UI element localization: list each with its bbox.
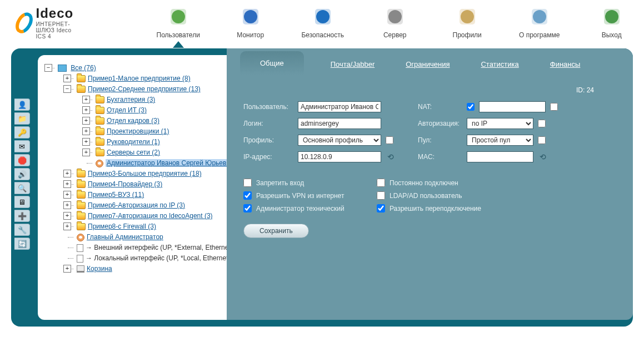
- auth-select[interactable]: no IP: [467, 118, 533, 129]
- tree-node-label[interactable]: Проектировщики (1): [107, 127, 169, 135]
- tab-Общие[interactable]: Общие: [240, 51, 304, 75]
- tree-node[interactable]: Пример5-ВУЗ (11): [68, 190, 226, 200]
- nav-server[interactable]: Сервер: [370, 6, 420, 39]
- mac-label: MAC:: [418, 153, 462, 161]
- nat-input[interactable]: [479, 101, 546, 112]
- nav-exit[interactable]: Выход: [587, 6, 637, 39]
- nav-shield[interactable]: Безопасность: [298, 6, 348, 39]
- left-toolbar: 👤📁🔑✉🛑🔊🔍🖥➕🔧🔄: [11, 48, 38, 327]
- tree-node-label[interactable]: → Локальный интерфейс (UP, *Local, Ether…: [86, 254, 227, 262]
- tool-8[interactable]: ➕: [14, 210, 30, 222]
- pool-extra-checkbox[interactable]: [538, 136, 546, 144]
- tree-node-label[interactable]: Администратор Иванов Сергей Юрьевич: [106, 159, 227, 167]
- monitor-icon: [239, 6, 262, 28]
- ip-input[interactable]: [298, 151, 381, 162]
- tool-0[interactable]: 👤: [14, 98, 30, 111]
- tree-node[interactable]: Пример8-с Firewall (3): [68, 221, 226, 232]
- profile-select[interactable]: Основной профиль: [298, 135, 381, 146]
- tool-5[interactable]: 🔊: [14, 168, 30, 180]
- tree-node[interactable]: → Локальный интерфейс (UP, *Local, Ether…: [68, 253, 226, 264]
- check-item[interactable]: Запретить вход: [243, 179, 366, 187]
- tree-node-label[interactable]: Пример8-с Firewall (3): [88, 223, 156, 230]
- ip-refresh-icon[interactable]: ⟲: [386, 152, 396, 162]
- logo-icon: [12, 9, 36, 36]
- tree-node[interactable]: Пример6-Авторизация по IP (3): [68, 200, 226, 211]
- auth-extra-checkbox[interactable]: [538, 120, 546, 127]
- tree-node[interactable]: → Внешний интерфейс (UP, *External, Ethe…: [68, 243, 226, 253]
- tree-node[interactable]: Серверы сети (2): [87, 147, 226, 158]
- tree-node-label[interactable]: Пример4-Провайдер (3): [88, 180, 162, 188]
- check-label: Администратор технический: [256, 205, 345, 212]
- tree-node-label[interactable]: Руководители (1): [107, 138, 160, 146]
- tree-node[interactable]: Отдел кадров (3): [87, 116, 226, 126]
- tree-node-label[interactable]: Пример2-Среднее предприятие (13): [88, 85, 201, 93]
- tool-1[interactable]: 📁: [14, 112, 30, 125]
- tree-node-label[interactable]: Пример6-Авторизация по IP (3): [88, 201, 185, 209]
- check-item[interactable]: Администратор технический: [243, 204, 366, 212]
- tab-Финансы[interactable]: Финансы: [546, 53, 585, 75]
- tree-node-label[interactable]: Главный Администратор: [87, 233, 163, 241]
- tree-node-label[interactable]: Пример1-Малое предприятие (8): [88, 75, 191, 82]
- pool-select[interactable]: Простой пул: [467, 135, 533, 146]
- tree-node[interactable]: Отдел ИТ (3): [87, 105, 226, 116]
- checkbox[interactable]: [243, 191, 252, 200]
- tree-node[interactable]: Пример7-Авторизация по IdecoAgent (3): [68, 211, 226, 221]
- tree-node[interactable]: Пример4-Провайдер (3): [68, 179, 226, 190]
- checkbox[interactable]: [243, 179, 252, 187]
- tree-node-label[interactable]: Пример3-Большое предприятие (18): [88, 170, 202, 177]
- tree-node-label[interactable]: → Внешний интерфейс (UP, *External, Ethe…: [86, 244, 227, 251]
- tree-node-label[interactable]: Отдел кадров (3): [107, 117, 159, 125]
- tree-root-label[interactable]: Все (76): [71, 64, 96, 72]
- tree-node-label[interactable]: Пример5-ВУЗ (11): [88, 191, 144, 199]
- check-item[interactable]: Разрешить VPN из интернет: [243, 191, 366, 200]
- mac-refresh-icon[interactable]: ⟲: [538, 152, 548, 162]
- login-input[interactable]: [298, 118, 381, 129]
- tree-node[interactable]: Главный Администратор: [68, 232, 226, 243]
- tree-node[interactable]: Пример3-Большое предприятие (18): [68, 169, 226, 179]
- tool-7[interactable]: 🖥: [14, 196, 30, 208]
- svg-point-13: [605, 10, 618, 23]
- nav-users[interactable]: Пользователи: [153, 6, 203, 39]
- save-button[interactable]: Сохранить: [243, 224, 309, 238]
- tool-4[interactable]: 🛑: [14, 154, 30, 166]
- svg-point-11: [533, 10, 546, 23]
- tree-node[interactable]: Руководители (1): [87, 137, 226, 147]
- tree-node[interactable]: Пример2-Среднее предприятие (13)Бухгалте…: [68, 84, 226, 169]
- user-input[interactable]: [298, 101, 381, 112]
- tree-node-label[interactable]: Бухгалтерия (3): [107, 96, 155, 103]
- tree-node[interactable]: Проектировщики (1): [87, 126, 226, 137]
- tree-node-label[interactable]: Пример7-Авторизация по IdecoAgent (3): [88, 212, 213, 220]
- tree-node[interactable]: Корзина: [68, 264, 226, 274]
- tool-9[interactable]: 🔧: [14, 224, 30, 236]
- nav-profile[interactable]: Профили: [442, 6, 492, 39]
- nat-extra-checkbox[interactable]: [550, 103, 558, 111]
- nav-about[interactable]: О программе: [515, 6, 565, 39]
- tab-Ограничения[interactable]: Ограничения: [401, 53, 454, 75]
- tab-Статистика[interactable]: Статистика: [476, 53, 523, 75]
- tree-node[interactable]: Пример1-Малое предприятие (8): [68, 73, 226, 84]
- check-item[interactable]: LDAP/AD пользователь: [377, 191, 521, 200]
- tree-node-label[interactable]: Серверы сети (2): [107, 149, 160, 156]
- nav-label: О программе: [519, 31, 560, 39]
- tool-10[interactable]: 🔄: [14, 238, 30, 250]
- tree-node[interactable]: Бухгалтерия (3): [87, 95, 226, 105]
- check-item[interactable]: Разрешить переподключение: [377, 204, 521, 212]
- tree-node-label[interactable]: Корзина: [87, 265, 112, 273]
- checkbox[interactable]: [377, 179, 385, 187]
- profile-extra-checkbox[interactable]: [386, 136, 393, 144]
- mac-input[interactable]: [467, 151, 533, 162]
- checkbox[interactable]: [377, 191, 385, 200]
- tool-6[interactable]: 🔍: [14, 182, 30, 194]
- tab-Почта/Jabber[interactable]: Почта/Jabber: [326, 53, 379, 75]
- nat-checkbox[interactable]: [467, 103, 475, 111]
- tool-3[interactable]: ✉: [14, 140, 30, 152]
- tree-node[interactable]: Администратор Иванов Сергей Юрьевич: [87, 158, 226, 169]
- tree-node-label[interactable]: Отдел ИТ (3): [107, 106, 147, 114]
- checkbox[interactable]: [377, 204, 385, 212]
- check-item[interactable]: Постоянно подключен: [377, 179, 521, 187]
- tool-2[interactable]: 🔑: [14, 126, 30, 139]
- nav-monitor[interactable]: Монитор: [226, 6, 276, 39]
- tree-root[interactable]: Все (76) Пример1-Малое предприятие (8)Пр…: [49, 63, 226, 274]
- checkbox[interactable]: [243, 204, 252, 212]
- profile-icon: [456, 6, 478, 28]
